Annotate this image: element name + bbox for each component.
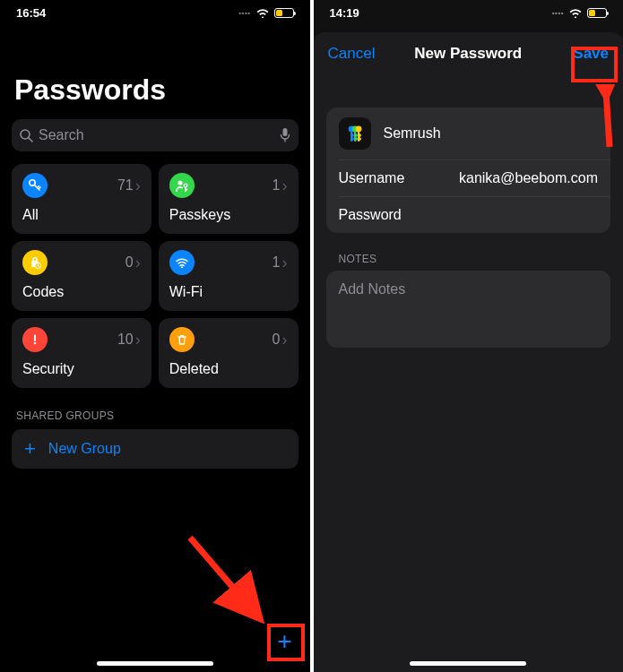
screen-passwords-list: 16:54 •••• Passwords Search 71› All 1› P… [0, 0, 310, 672]
status-indicators: •••• [238, 7, 293, 18]
tile-wifi[interactable]: 1› Wi-Fi [159, 241, 299, 311]
tile-all[interactable]: 71› All [12, 164, 151, 234]
tile-label: Codes [22, 284, 141, 300]
home-indicator[interactable] [97, 661, 213, 666]
annotation-arrow [588, 84, 619, 154]
tile-count: 1 [273, 177, 281, 194]
plus-icon: + [24, 437, 36, 461]
shared-groups-header: SHARED GROUPS [0, 388, 310, 429]
tile-count: 71 [117, 177, 134, 194]
site-name: Semrush [384, 125, 441, 142]
status-time: 14:19 [330, 6, 359, 20]
tile-passkeys[interactable]: 1› Passkeys [159, 164, 299, 234]
status-bar: 16:54 •••• [0, 0, 310, 20]
cellular-dots-icon: •••• [552, 9, 564, 17]
notes-input[interactable]: Add Notes [326, 271, 611, 348]
username-label: Username [339, 170, 405, 186]
category-grid: 71› All 1› Passkeys 0› Codes 1› Wi-Fi [0, 164, 310, 388]
chevron-right-icon: › [135, 331, 141, 349]
wifi-icon [568, 7, 583, 18]
svg-point-5 [184, 184, 187, 187]
mic-icon[interactable] [279, 127, 291, 143]
svg-point-9 [34, 342, 36, 344]
password-label: Password [339, 207, 402, 223]
site-row[interactable]: Semrush [326, 108, 611, 159]
chevron-right-icon: › [282, 331, 288, 349]
password-form: Semrush Username kanika@beebom.com Passw… [326, 108, 611, 233]
chevron-right-icon: › [282, 177, 288, 195]
codes-icon [22, 250, 48, 275]
search-icon [19, 128, 33, 142]
username-field[interactable]: Username kanika@beebom.com [326, 160, 611, 196]
passkey-icon [169, 173, 195, 198]
tile-security[interactable]: 10› Security [12, 318, 151, 388]
tile-label: Wi-Fi [169, 284, 288, 300]
highlight-box [571, 47, 618, 82]
battery-icon [587, 8, 607, 18]
svg-rect-2 [282, 128, 287, 136]
svg-line-1 [29, 138, 32, 142]
chevron-right-icon: › [282, 254, 288, 272]
status-time: 16:54 [16, 6, 46, 20]
battery-icon [274, 8, 294, 18]
cancel-button[interactable]: Cancel [328, 45, 376, 63]
chevron-right-icon: › [135, 254, 141, 272]
chevron-right-icon: › [135, 177, 141, 195]
search-input[interactable]: Search [12, 119, 299, 151]
new-group-label: New Group [48, 441, 121, 457]
tile-count: 10 [117, 332, 134, 348]
wifi-icon [255, 7, 270, 18]
tile-count: 1 [273, 254, 281, 271]
username-value: kanika@beebom.com [459, 170, 598, 186]
svg-line-14 [606, 91, 610, 147]
tile-codes[interactable]: 0› Codes [12, 241, 151, 311]
home-indicator[interactable] [410, 661, 526, 666]
key-icon [22, 173, 48, 198]
passwords-app-icon [339, 117, 371, 150]
svg-point-13 [355, 126, 361, 133]
svg-point-4 [177, 180, 182, 185]
tile-label: All [22, 207, 141, 223]
alert-icon [22, 327, 48, 352]
status-bar: 14:19 •••• [314, 0, 624, 20]
search-placeholder: Search [39, 127, 84, 143]
notes-placeholder: Add Notes [339, 281, 406, 297]
password-field[interactable]: Password [326, 197, 611, 233]
page-title: Passwords [0, 20, 310, 114]
tile-count: 0 [273, 332, 281, 348]
tile-deleted[interactable]: 0› Deleted [159, 318, 299, 388]
notes-header: NOTES [314, 233, 624, 271]
svg-point-8 [181, 266, 183, 268]
sheet: Cancel New Password Save Semrush Usernam… [314, 32, 624, 672]
tile-label: Deleted [169, 361, 288, 377]
trash-icon [169, 327, 195, 352]
screen-new-password: 14:19 •••• Cancel New Password Save Semr… [314, 0, 624, 672]
annotation-arrow [183, 530, 273, 629]
status-indicators: •••• [552, 7, 607, 18]
tile-label: Passkeys [169, 207, 288, 223]
svg-line-10 [190, 538, 256, 615]
tile-count: 0 [125, 254, 134, 271]
new-group-button[interactable]: + New Group [12, 429, 299, 469]
tile-label: Security [22, 361, 141, 377]
wifi-tile-icon [169, 250, 195, 275]
cellular-dots-icon: •••• [238, 9, 250, 17]
highlight-box [267, 624, 305, 661]
